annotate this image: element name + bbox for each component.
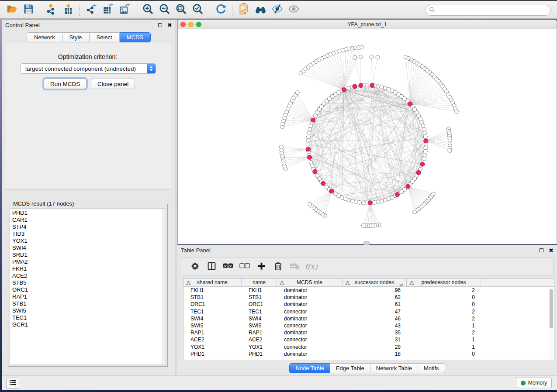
network-leaf-node[interactable] [353,55,357,59]
network-node[interactable] [306,142,310,146]
export-image-button[interactable] [116,2,133,17]
mcds-result-item[interactable]: YOX1 [12,237,166,244]
tab-motifs[interactable]: Motifs [418,363,445,373]
first-neighbors-button[interactable] [252,2,269,17]
column-header-predecessor-nodes[interactable]: predecessor nodes [407,279,481,286]
network-node[interactable] [383,198,387,202]
export-table-button[interactable] [100,2,116,17]
network-mcds-node[interactable] [416,170,421,175]
network-view[interactable] [178,29,557,244]
toolbar-search[interactable] [425,5,551,16]
network-leaf-node[interactable] [413,210,417,214]
mcds-result-item[interactable]: ACE2 [12,272,166,279]
network-leaf-node[interactable] [361,224,365,227]
mcds-result-item[interactable]: PHD1 [12,210,166,217]
column-header-MCDS-role[interactable]: MCDS role [277,279,343,286]
tab-network[interactable]: Network [27,32,62,42]
create-column-button[interactable] [253,259,270,274]
tab-select[interactable]: Select [90,32,120,42]
mcds-result-item[interactable]: SWI5 [12,307,166,314]
column-header-shared-name[interactable]: shared name [183,279,242,286]
network-node[interactable] [308,127,312,131]
mcds-result-item[interactable]: STP4 [12,224,166,230]
close-icon[interactable]: ✖ [167,23,172,27]
mcds-result-item[interactable]: RAP1 [12,293,166,300]
mcds-result-item[interactable]: GCR1 [12,321,166,328]
network-mcds-node[interactable] [342,88,346,92]
tab-node-table[interactable]: Node Table [289,363,330,373]
network-node[interactable] [423,153,427,157]
network-node[interactable] [333,192,337,196]
import-network-button[interactable] [43,2,60,17]
network-node[interactable] [307,135,311,139]
network-node[interactable] [361,201,365,205]
splitter-grip-horizontal[interactable] [363,241,370,245]
network-node[interactable] [422,127,426,131]
network-leaf-node[interactable] [370,55,374,59]
mcds-result-item[interactable]: FKH1 [12,265,166,272]
network-leaf-node[interactable] [280,145,284,149]
network-mcds-node[interactable] [313,169,317,174]
float-window-icon[interactable] [158,23,162,27]
mcds-result-item[interactable]: STB5 [12,279,166,286]
memory-button[interactable]: Memory [516,378,552,388]
table-settings-button[interactable] [187,259,203,274]
table-row[interactable]: PHD1PHD1dominator180 [183,351,554,358]
network-leaf-node[interactable] [448,148,452,152]
apply-layout-button[interactable] [212,2,229,17]
toggle-panes-button[interactable] [203,259,220,274]
table-row[interactable]: STB1STB1dominator620 [183,294,554,301]
network-node[interactable] [421,124,425,128]
zoom-in-button[interactable] [139,2,156,17]
network-node[interactable] [380,85,384,89]
show-all-button[interactable] [285,2,302,17]
optimization-criterion-select[interactable]: largest connected component (undirected) [21,63,156,74]
column-header-name[interactable]: name [242,279,277,286]
tab-style[interactable]: Style [62,32,90,42]
open-session-button[interactable] [3,2,20,17]
mcds-result-item[interactable]: CAR1 [12,217,166,224]
network-leaf-node[interactable] [308,202,312,206]
network-mcds-node[interactable] [353,84,357,89]
tab-network-table[interactable]: Network Table [370,363,418,373]
network-mcds-node[interactable] [424,139,428,143]
column-header-successor-nodes[interactable]: successor nodes [343,279,407,286]
network-mcds-node[interactable] [311,118,315,122]
network-mcds-node[interactable] [408,102,412,106]
network-mcds-node[interactable] [406,184,410,189]
network-mcds-node[interactable] [308,155,312,159]
network-node[interactable] [376,84,380,88]
table-row[interactable]: TEC1TEC1connector472 [183,308,554,315]
mcds-result-item[interactable]: STB1 [12,300,166,307]
network-mcds-node[interactable] [321,181,325,186]
network-node[interactable] [365,83,369,87]
network-mcds-node[interactable] [370,83,374,88]
search-input[interactable] [435,7,550,14]
table-row[interactable]: ACE2ACE2connector311 [183,336,554,343]
mcds-result-item[interactable]: SRD1 [12,251,166,258]
hide-all-columns-button[interactable] [236,259,253,274]
export-network-button[interactable] [83,2,100,17]
network-node[interactable] [423,149,427,153]
zoom-selected-button[interactable] [189,2,206,17]
network-node[interactable] [354,200,358,204]
mcds-list-scrollbar[interactable] [162,209,166,364]
network-from-selection-button[interactable] [235,2,252,17]
network-node[interactable] [358,200,362,204]
mcds-result-item[interactable]: TID3 [12,230,166,237]
close-icon[interactable]: ✖ [549,248,554,252]
network-node[interactable] [306,138,310,142]
network-node[interactable] [400,190,404,194]
network-node[interactable] [423,131,427,135]
network-mcds-node[interactable] [306,147,311,151]
network-mcds-node[interactable] [395,193,400,197]
network-window-titlebar[interactable]: YPA_prune.txt_1 [178,20,557,29]
network-node[interactable] [309,160,313,164]
network-node[interactable] [325,185,329,189]
mcds-result-item[interactable]: SWI4 [12,244,166,251]
network-leaf-node[interactable] [360,45,364,49]
table-row[interactable]: RAP1RAP1dominator352 [183,329,554,336]
mcds-result-item[interactable]: TEC1 [12,314,166,321]
zoom-fit-button[interactable] [173,2,189,17]
network-node[interactable] [376,200,380,204]
